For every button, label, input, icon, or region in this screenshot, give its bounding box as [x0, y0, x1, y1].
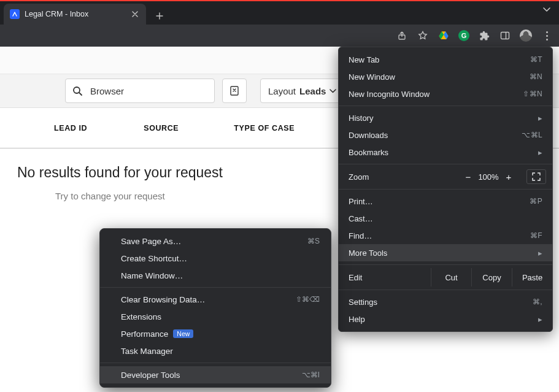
submenu-performance[interactable]: PerformanceNew [100, 325, 331, 342]
menu-paste[interactable]: Paste [512, 268, 552, 286]
new-badge: New [173, 329, 193, 338]
menu-new-tab[interactable]: New Tab⌘T [339, 51, 552, 68]
new-tab-button[interactable] [151, 7, 168, 25]
export-button[interactable] [222, 79, 247, 103]
menu-history[interactable]: History▸ [339, 109, 552, 126]
tab-favicon [10, 9, 20, 19]
menu-new-window[interactable]: New Window⌘N [339, 68, 552, 85]
menu-zoom: Zoom − 100% + [339, 167, 552, 186]
chevron-down-icon [330, 89, 336, 93]
menu-bookmarks[interactable]: Bookmarks▸ [339, 144, 552, 161]
menu-edit-row: Edit Cut Copy Paste [339, 268, 552, 286]
submenu-task-manager[interactable]: Task Manager [100, 342, 331, 359]
menu-new-incognito[interactable]: New Incognito Window⇧⌘N [339, 85, 552, 102]
side-panel-icon[interactable] [499, 29, 511, 42]
col-lead-id[interactable]: LEAD ID [54, 124, 87, 133]
chevron-right-icon: ▸ [538, 148, 542, 157]
browser-toolbar: G [0, 25, 559, 47]
submenu-name-window[interactable]: Name Window… [100, 267, 331, 284]
submenu-extensions[interactable]: Extensions [100, 308, 331, 325]
bookmark-star-icon[interactable] [417, 29, 429, 42]
menu-downloads[interactable]: Downloads⌥⌘L [339, 126, 552, 144]
zoom-value: 100% [477, 172, 499, 182]
menu-cast[interactable]: Cast… [339, 210, 552, 227]
menu-more-tools[interactable]: More Tools▸ [339, 244, 552, 261]
col-source[interactable]: SOURCE [144, 124, 179, 133]
kebab-menu-icon[interactable] [541, 29, 553, 42]
menu-find[interactable]: Find…⌘F [339, 227, 552, 244]
menu-print[interactable]: Print…⌘P [339, 193, 552, 210]
submenu-create-shortcut[interactable]: Create Shortcut… [100, 250, 331, 267]
close-tab-icon[interactable] [130, 9, 140, 19]
menu-settings[interactable]: Settings⌘, [339, 293, 552, 310]
menu-copy[interactable]: Copy [471, 268, 512, 286]
chevron-right-icon: ▸ [538, 113, 542, 123]
svg-line-4 [79, 93, 82, 95]
fullscreen-button[interactable] [526, 169, 546, 184]
menu-help[interactable]: Help▸ [339, 310, 552, 328]
more-tools-submenu: Save Page As…⌘S Create Shortcut… Name Wi… [99, 228, 331, 388]
extension-grammarly-icon[interactable]: G [458, 30, 469, 41]
chevron-right-icon: ▸ [538, 248, 542, 258]
zoom-out-button[interactable]: − [459, 170, 477, 183]
zoom-in-button[interactable]: + [499, 170, 518, 183]
profile-avatar[interactable] [520, 29, 532, 42]
browser-tab[interactable]: Legal CRM - Inbox [4, 4, 146, 25]
chevron-right-icon: ▸ [538, 315, 542, 324]
svg-rect-1 [501, 33, 509, 39]
search-input[interactable] [65, 79, 215, 103]
chrome-main-menu: New Tab⌘T New Window⌘N New Incognito Win… [338, 47, 553, 332]
share-icon[interactable] [396, 29, 408, 42]
extension-drive-icon[interactable] [438, 29, 450, 42]
menu-cut[interactable]: Cut [431, 268, 471, 286]
svg-rect-5 [231, 86, 238, 95]
tab-strip: Legal CRM - Inbox [0, 0, 559, 25]
layout-dropdown[interactable]: Layout Leads [260, 79, 344, 103]
tab-title: Legal CRM - Inbox [25, 10, 125, 18]
extensions-puzzle-icon[interactable] [478, 29, 490, 42]
submenu-developer-tools[interactable]: Developer Tools⌥⌘I [100, 366, 331, 383]
submenu-clear-browsing[interactable]: Clear Browsing Data…⇧⌘⌫ [100, 291, 331, 308]
search-icon [72, 86, 82, 96]
layout-value: Leads [299, 86, 326, 96]
layout-label: Layout [268, 86, 296, 96]
col-type-of-case[interactable]: TYPE OF CASE [234, 124, 295, 133]
tab-list-caret-icon[interactable] [543, 7, 550, 12]
submenu-save-page[interactable]: Save Page As…⌘S [100, 233, 331, 250]
